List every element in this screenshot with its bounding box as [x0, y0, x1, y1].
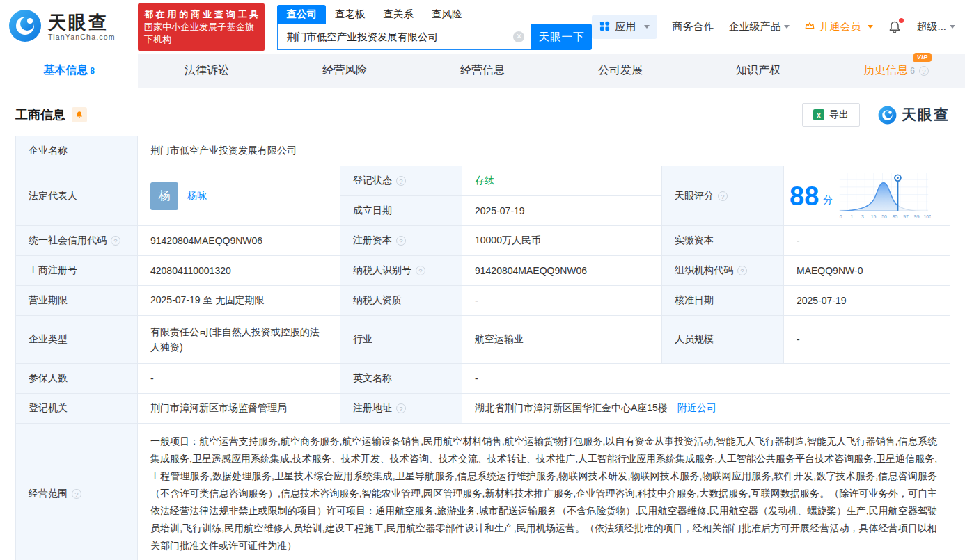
search-tab-relation[interactable]: 查关系 [374, 5, 423, 24]
table-row: 登记机关 荆门市漳河新区市场监督管理局 注册地址? 湖北省荆门市漳河新区国华汇金… [16, 394, 950, 424]
table-row: 法定代表人 杨 杨咏 登记状态? 存续 天眼评分? 88 分 [16, 166, 950, 196]
field-label: 统一社会信用代码? [16, 226, 138, 256]
tianyancha-logo[interactable]: 天眼查 TianYanCha.com [8, 9, 116, 45]
industry-value: 航空运输业 [462, 316, 662, 364]
svg-text:15: 15 [871, 214, 877, 219]
help-icon[interactable]: ? [396, 176, 406, 186]
nav-cooperation[interactable]: 商务合作 [672, 20, 714, 33]
apps-grid-icon [599, 21, 610, 33]
nearby-companies-link[interactable]: 附近公司 [677, 402, 716, 413]
english-name-value: - [462, 364, 950, 394]
export-button[interactable]: x 导出 [802, 103, 860, 127]
company-name-value: 荆门市低空产业投资发展有限公司 [138, 136, 950, 166]
search-block: 查公司 查老板 查关系 查风险 ✕ 天眼一下 [277, 3, 592, 50]
watermark-logo: 天眼查 [878, 105, 950, 125]
field-label: 企业名称 [16, 136, 138, 166]
svg-text:3: 3 [861, 214, 864, 219]
tab-operation-risk[interactable]: 经营风险 [276, 54, 414, 88]
credit-code-value: 91420804MAEQQ9NW06 [138, 226, 340, 256]
svg-text:100: 100 [924, 214, 931, 219]
vip-badge: VIP [913, 53, 932, 62]
help-icon[interactable]: ? [396, 236, 406, 246]
nav-open-vip[interactable]: 开通会员 [804, 20, 873, 33]
help-icon[interactable]: ? [72, 489, 81, 499]
help-icon[interactable]: ? [111, 236, 120, 246]
chevron-down-icon [868, 25, 873, 29]
nav-user-label: 超级... [916, 20, 946, 33]
svg-text:99: 99 [914, 214, 920, 219]
clear-search-icon[interactable]: ✕ [513, 31, 524, 42]
crown-icon [804, 20, 815, 33]
search-tab-company[interactable]: 查公司 [277, 5, 326, 24]
subscribe-bell-button[interactable] [72, 107, 87, 122]
field-label: 注册资本? [340, 226, 462, 256]
tab-basic-info[interactable]: 基本信息 8 [0, 54, 138, 88]
taxpayer-no-value: 91420804MAEQQ9NW06 [462, 256, 662, 286]
svg-text:85: 85 [893, 214, 898, 219]
tab-basic-info-label: 基本信息 [43, 63, 88, 78]
field-label: 参保人数 [16, 364, 138, 394]
chevron-down-icon [644, 25, 650, 29]
avatar[interactable]: 杨 [150, 182, 178, 210]
field-label: 登记状态? [340, 166, 462, 196]
notification-dot [899, 18, 904, 23]
help-icon[interactable]: ? [416, 266, 425, 275]
table-row: 企业类型 有限责任公司(非自然人投资或控股的法人独资) 行业 航空运输业 人员规… [16, 316, 950, 364]
reg-status-value: 存续 [462, 166, 662, 196]
search-tab-risk[interactable]: 查风险 [423, 5, 471, 24]
help-icon[interactable]: ? [737, 266, 747, 275]
address-value: 湖北省荆门市漳河新区国华汇金中心A座15楼 [475, 402, 668, 413]
tianyancha-logo-icon [878, 106, 897, 125]
table-row: 营业期限 2025-07-19 至 无固定期限 纳税人资质 - 核准日期 202… [16, 286, 950, 316]
help-icon[interactable]: ? [396, 403, 406, 413]
org-code-value: MAEQQ9NW-0 [784, 256, 950, 286]
taxpayer-quality-value: - [462, 286, 662, 316]
nav-apps[interactable]: 应用 [592, 15, 657, 39]
field-label: 人员规模 [662, 316, 784, 364]
field-label: 英文名称 [340, 364, 462, 394]
field-label: 行业 [340, 316, 462, 364]
table-row: 企业名称 荆门市低空产业投资发展有限公司 [16, 136, 950, 166]
tab-basic-info-count: 8 [90, 66, 95, 76]
tab-intellectual-property[interactable]: 知识产权 [689, 54, 827, 88]
approve-date-value: 2025-07-19 [784, 286, 950, 316]
reg-no-value: 420804110001320 [138, 256, 340, 286]
table-row: 经营范围? 一般项目：航空运营支持服务,航空商务服务,航空运输设备销售,民用航空… [16, 424, 950, 560]
search-button[interactable]: 天眼一下 [531, 24, 592, 50]
notification-bell[interactable] [888, 20, 902, 34]
tab-company-development[interactable]: 公司发展 [551, 54, 689, 88]
nav-enterprise-products[interactable]: 企业级产品 [728, 20, 790, 33]
tab-operation-info[interactable]: 经营信息 [414, 54, 551, 88]
field-label: 工商注册号 [16, 256, 138, 286]
search-input[interactable] [278, 24, 531, 49]
field-label: 企业类型 [16, 316, 138, 364]
help-icon[interactable]: ? [718, 191, 728, 201]
legal-rep-link[interactable]: 杨咏 [187, 190, 207, 202]
tab-legal-litigation[interactable]: 法律诉讼 [138, 54, 276, 88]
field-label: 经营范围? [16, 424, 138, 560]
search-tab-boss[interactable]: 查老板 [326, 5, 375, 24]
svg-text:50: 50 [881, 214, 887, 219]
top-nav: 应用 商务合作 企业级产品 开通会员 超级... [592, 15, 955, 39]
score-cell: 88 分 [784, 166, 950, 226]
help-icon[interactable]: ? [919, 66, 929, 76]
nav-apps-label: 应用 [615, 20, 636, 33]
field-label: 核准日期 [662, 286, 784, 316]
legal-rep-cell: 杨 杨咏 [138, 166, 340, 226]
search-tabs: 查公司 查老板 查关系 查风险 [277, 3, 592, 24]
svg-text:0: 0 [840, 214, 842, 219]
field-label: 营业期限 [16, 286, 138, 316]
promo-banner: 都在用的商业查询工具 国家中小企业发展子基金旗下机构 [138, 3, 265, 51]
nav-user-menu[interactable]: 超级... [916, 20, 955, 33]
watermark-brand: 天眼查 [902, 105, 950, 125]
table-row: 参保人数 - 英文名称 - [16, 364, 950, 394]
svg-text:97: 97 [904, 214, 909, 219]
promo-line2: 国家中小企业发展子基金旗下机构 [144, 21, 259, 46]
table-row: 统一社会信用代码? 91420804MAEQQ9NW06 注册资本? 10000… [16, 226, 950, 256]
field-label: 法定代表人 [16, 166, 138, 226]
chevron-down-icon [950, 25, 955, 29]
tab-history-info[interactable]: 历史信息 6 ? VIP [827, 54, 965, 88]
staff-size-value: - [784, 316, 950, 364]
search-input-wrap: ✕ [277, 24, 531, 50]
bell-icon [75, 111, 84, 119]
